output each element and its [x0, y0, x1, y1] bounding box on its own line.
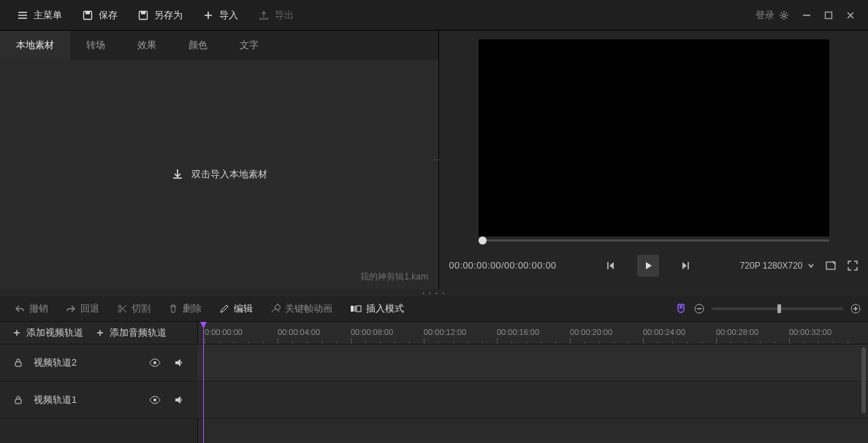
insert-mode-label: 插入模式 — [366, 303, 404, 315]
ruler-label: 00:00:32:00 — [789, 328, 831, 336]
svg-rect-14 — [15, 362, 21, 366]
insert-mode-icon — [350, 304, 362, 314]
svg-point-4 — [783, 14, 785, 17]
main-menu-button[interactable]: 主菜单 — [7, 0, 72, 31]
zoom-controls — [675, 303, 861, 315]
ruler-label: 00:00:12:00 — [424, 328, 466, 336]
pencil-icon — [219, 304, 229, 314]
main-menu-label: 主菜单 — [34, 9, 62, 22]
svg-rect-16 — [15, 399, 21, 404]
magnet-icon[interactable] — [675, 303, 687, 315]
export-label: 导出 — [275, 9, 294, 22]
snapshot-icon[interactable] — [825, 260, 837, 271]
scissors-icon — [117, 304, 127, 314]
ruler-label: 0:00:00:00 — [205, 328, 243, 336]
menu-icon — [18, 10, 28, 20]
track-area[interactable]: 0:00:00:0000:00:04:0000:00:08:0000:00:12… — [197, 322, 868, 443]
trash-icon — [168, 304, 178, 314]
zoom-slider[interactable] — [712, 307, 843, 310]
save-as-button[interactable]: 另存为 — [128, 0, 193, 31]
svg-rect-1 — [85, 11, 90, 14]
keyframe-button[interactable]: 关键帧动画 — [263, 296, 340, 321]
project-filename: 我的神剪辑1.kam — [360, 271, 428, 283]
media-panel: 本地素材 转场 效果 颜色 文字 双击导入本地素材 我的神剪辑1.kam ⋮ — [0, 31, 439, 289]
import-button[interactable]: 导入 — [193, 0, 248, 31]
prev-frame-button[interactable] — [605, 260, 617, 271]
ruler-label: 00:00:28:00 — [716, 328, 758, 336]
track-lane[interactable] — [197, 382, 868, 419]
playhead[interactable] — [203, 322, 204, 443]
preview-progress-knob[interactable] — [479, 236, 487, 244]
maximize-icon[interactable] — [824, 11, 833, 20]
import-download-icon — [171, 168, 184, 181]
play-button[interactable] — [637, 255, 659, 277]
add-audio-track-label: 添加音频轨道 — [110, 327, 167, 339]
close-icon[interactable] — [846, 11, 855, 20]
eye-icon[interactable] — [149, 395, 161, 405]
eye-icon[interactable] — [149, 358, 161, 368]
vertical-resize-handle[interactable]: • • • • — [0, 289, 868, 296]
tab-text[interactable]: 文字 — [224, 31, 275, 60]
timeline-toolbar: 撤销 回退 切割 删除 编辑 关键帧动画 插入模式 — [0, 296, 868, 322]
tab-local-media[interactable]: 本地素材 — [0, 31, 70, 60]
resolution-selector[interactable]: 720P 1280X720 — [740, 261, 815, 271]
tab-effect[interactable]: 效果 — [121, 31, 172, 60]
tab-transition[interactable]: 转场 — [70, 31, 121, 60]
export-button[interactable]: 导出 — [248, 0, 304, 31]
zoom-in-button[interactable] — [850, 304, 861, 314]
delete-button[interactable]: 删除 — [161, 296, 209, 321]
tab-color[interactable]: 颜色 — [172, 31, 224, 60]
import-label: 导入 — [219, 9, 238, 22]
track-lane[interactable] — [197, 344, 868, 382]
keyframe-label: 关键帧动画 — [285, 303, 332, 315]
insert-mode-button[interactable]: 插入模式 — [343, 296, 411, 321]
track-header[interactable]: 视频轨道1 — [0, 382, 197, 419]
speaker-icon[interactable] — [174, 395, 184, 405]
edit-button[interactable]: 编辑 — [212, 296, 260, 321]
time-ruler[interactable]: 0:00:00:0000:00:04:0000:00:08:0000:00:12… — [197, 322, 868, 344]
delete-label: 删除 — [183, 303, 202, 315]
svg-rect-3 — [141, 11, 145, 14]
top-menu-bar: 主菜单 保存 另存为 导入 导出 登录 — [0, 0, 868, 31]
save-as-label: 另存为 — [154, 9, 183, 22]
track-header[interactable]: 视频轨道2 — [0, 344, 197, 382]
add-video-track-label: 添加视频轨道 — [26, 327, 83, 339]
zoom-out-button[interactable] — [694, 304, 704, 314]
zoom-slider-knob[interactable] — [777, 304, 781, 313]
save-label: 保存 — [99, 9, 118, 22]
export-icon — [259, 10, 269, 20]
keyframe-icon — [270, 304, 281, 314]
plus-icon — [96, 329, 104, 336]
ruler-label: 00:00:16:00 — [497, 328, 539, 336]
add-audio-track-button[interactable]: 添加音频轨道 — [96, 327, 167, 339]
timeline: 添加视频轨道 添加音频轨道 视频轨道2 视频轨道1 0:00:00: — [0, 322, 868, 443]
track-header-column: 添加视频轨道 添加音频轨道 视频轨道2 视频轨道1 — [0, 322, 198, 443]
chevron-down-icon — [807, 262, 815, 269]
fullscreen-icon[interactable] — [847, 260, 859, 271]
timeline-vertical-scrollbar[interactable] — [861, 347, 866, 413]
login-link[interactable]: 登录 — [755, 9, 774, 22]
ruler-label: 00:00:08:00 — [351, 328, 393, 336]
preview-screen[interactable] — [479, 39, 829, 236]
timecode-display: 00:00:00:00/00:00:00:00 — [449, 261, 557, 271]
svg-rect-5 — [826, 12, 832, 18]
undo-button[interactable]: 撤销 — [7, 296, 56, 321]
media-drop-area[interactable]: 双击导入本地素材 — [0, 60, 438, 289]
gear-icon[interactable] — [779, 10, 789, 20]
add-video-track-button[interactable]: 添加视频轨道 — [13, 327, 83, 339]
cut-button[interactable]: 切割 — [110, 296, 158, 321]
resolution-label: 720P 1280X720 — [740, 261, 803, 271]
next-frame-button[interactable] — [679, 260, 691, 271]
speaker-icon[interactable] — [174, 358, 184, 368]
save-button[interactable]: 保存 — [72, 0, 128, 31]
lock-icon[interactable] — [13, 395, 23, 405]
plus-icon — [13, 329, 20, 336]
workspace-row: 本地素材 转场 效果 颜色 文字 双击导入本地素材 我的神剪辑1.kam ⋮ 0… — [0, 31, 868, 289]
panel-resize-handle[interactable]: ⋮ — [433, 156, 441, 164]
ruler-label: 00:00:04:00 — [278, 328, 320, 336]
lock-icon[interactable] — [13, 358, 23, 368]
preview-progress[interactable] — [479, 239, 829, 242]
redo-button[interactable]: 回退 — [58, 296, 107, 321]
minimize-icon[interactable] — [802, 11, 811, 20]
window-controls — [779, 10, 861, 20]
